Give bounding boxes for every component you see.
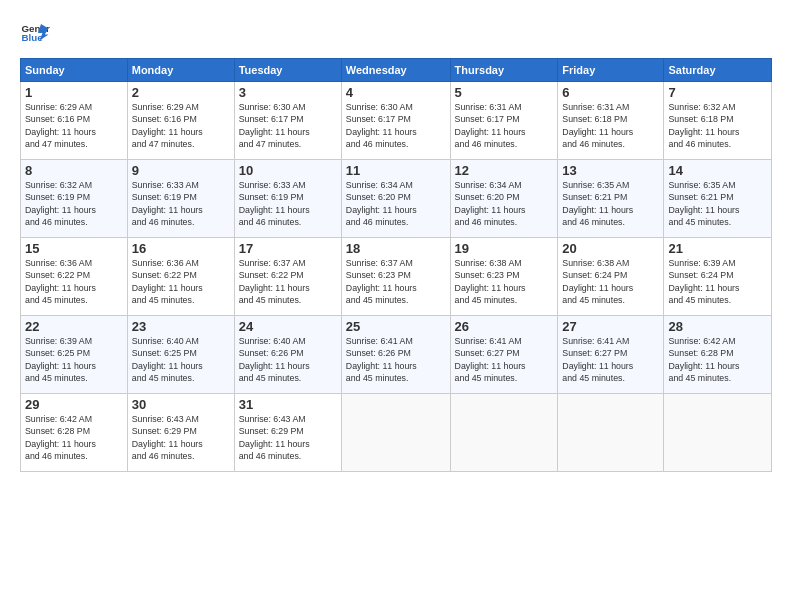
- day-info: Sunrise: 6:39 AM Sunset: 6:25 PM Dayligh…: [25, 335, 123, 384]
- day-number: 31: [239, 397, 337, 412]
- day-info: Sunrise: 6:39 AM Sunset: 6:24 PM Dayligh…: [668, 257, 767, 306]
- calendar-cell: 5Sunrise: 6:31 AM Sunset: 6:17 PM Daylig…: [450, 82, 558, 160]
- day-info: Sunrise: 6:34 AM Sunset: 6:20 PM Dayligh…: [455, 179, 554, 228]
- day-number: 4: [346, 85, 446, 100]
- calendar-cell: 26Sunrise: 6:41 AM Sunset: 6:27 PM Dayli…: [450, 316, 558, 394]
- day-info: Sunrise: 6:41 AM Sunset: 6:26 PM Dayligh…: [346, 335, 446, 384]
- svg-text:Blue: Blue: [22, 32, 44, 43]
- day-number: 11: [346, 163, 446, 178]
- day-number: 10: [239, 163, 337, 178]
- calendar-cell: 15Sunrise: 6:36 AM Sunset: 6:22 PM Dayli…: [21, 238, 128, 316]
- day-number: 14: [668, 163, 767, 178]
- day-number: 15: [25, 241, 123, 256]
- day-number: 26: [455, 319, 554, 334]
- calendar-week-row: 29Sunrise: 6:42 AM Sunset: 6:28 PM Dayli…: [21, 394, 772, 472]
- day-info: Sunrise: 6:38 AM Sunset: 6:23 PM Dayligh…: [455, 257, 554, 306]
- day-number: 6: [562, 85, 659, 100]
- day-number: 30: [132, 397, 230, 412]
- calendar-cell: 1Sunrise: 6:29 AM Sunset: 6:16 PM Daylig…: [21, 82, 128, 160]
- calendar-cell: 10Sunrise: 6:33 AM Sunset: 6:19 PM Dayli…: [234, 160, 341, 238]
- day-number: 16: [132, 241, 230, 256]
- day-number: 23: [132, 319, 230, 334]
- day-number: 29: [25, 397, 123, 412]
- day-number: 22: [25, 319, 123, 334]
- day-info: Sunrise: 6:30 AM Sunset: 6:17 PM Dayligh…: [346, 101, 446, 150]
- day-info: Sunrise: 6:40 AM Sunset: 6:25 PM Dayligh…: [132, 335, 230, 384]
- day-number: 7: [668, 85, 767, 100]
- day-info: Sunrise: 6:32 AM Sunset: 6:19 PM Dayligh…: [25, 179, 123, 228]
- day-info: Sunrise: 6:35 AM Sunset: 6:21 PM Dayligh…: [668, 179, 767, 228]
- calendar-cell: 11Sunrise: 6:34 AM Sunset: 6:20 PM Dayli…: [341, 160, 450, 238]
- calendar-cell: 16Sunrise: 6:36 AM Sunset: 6:22 PM Dayli…: [127, 238, 234, 316]
- calendar-table: SundayMondayTuesdayWednesdayThursdayFrid…: [20, 58, 772, 472]
- day-info: Sunrise: 6:33 AM Sunset: 6:19 PM Dayligh…: [239, 179, 337, 228]
- calendar-cell: [558, 394, 664, 472]
- calendar-day-header: Saturday: [664, 59, 772, 82]
- day-number: 5: [455, 85, 554, 100]
- day-info: Sunrise: 6:30 AM Sunset: 6:17 PM Dayligh…: [239, 101, 337, 150]
- day-info: Sunrise: 6:42 AM Sunset: 6:28 PM Dayligh…: [25, 413, 123, 462]
- day-number: 8: [25, 163, 123, 178]
- day-info: Sunrise: 6:43 AM Sunset: 6:29 PM Dayligh…: [132, 413, 230, 462]
- day-info: Sunrise: 6:43 AM Sunset: 6:29 PM Dayligh…: [239, 413, 337, 462]
- calendar-cell: 9Sunrise: 6:33 AM Sunset: 6:19 PM Daylig…: [127, 160, 234, 238]
- calendar-header-row: SundayMondayTuesdayWednesdayThursdayFrid…: [21, 59, 772, 82]
- calendar-cell: 14Sunrise: 6:35 AM Sunset: 6:21 PM Dayli…: [664, 160, 772, 238]
- day-info: Sunrise: 6:41 AM Sunset: 6:27 PM Dayligh…: [455, 335, 554, 384]
- day-info: Sunrise: 6:29 AM Sunset: 6:16 PM Dayligh…: [25, 101, 123, 150]
- calendar-cell: 20Sunrise: 6:38 AM Sunset: 6:24 PM Dayli…: [558, 238, 664, 316]
- calendar-cell: 8Sunrise: 6:32 AM Sunset: 6:19 PM Daylig…: [21, 160, 128, 238]
- calendar-week-row: 1Sunrise: 6:29 AM Sunset: 6:16 PM Daylig…: [21, 82, 772, 160]
- day-number: 13: [562, 163, 659, 178]
- calendar-cell: 13Sunrise: 6:35 AM Sunset: 6:21 PM Dayli…: [558, 160, 664, 238]
- day-info: Sunrise: 6:29 AM Sunset: 6:16 PM Dayligh…: [132, 101, 230, 150]
- calendar-cell: 24Sunrise: 6:40 AM Sunset: 6:26 PM Dayli…: [234, 316, 341, 394]
- day-number: 20: [562, 241, 659, 256]
- day-info: Sunrise: 6:41 AM Sunset: 6:27 PM Dayligh…: [562, 335, 659, 384]
- day-info: Sunrise: 6:36 AM Sunset: 6:22 PM Dayligh…: [25, 257, 123, 306]
- page-header: General Blue: [20, 18, 772, 48]
- calendar-cell: 31Sunrise: 6:43 AM Sunset: 6:29 PM Dayli…: [234, 394, 341, 472]
- day-number: 17: [239, 241, 337, 256]
- day-number: 9: [132, 163, 230, 178]
- day-number: 25: [346, 319, 446, 334]
- calendar-cell: 19Sunrise: 6:38 AM Sunset: 6:23 PM Dayli…: [450, 238, 558, 316]
- logo-icon: General Blue: [20, 18, 50, 48]
- calendar-day-header: Wednesday: [341, 59, 450, 82]
- calendar-day-header: Monday: [127, 59, 234, 82]
- day-info: Sunrise: 6:42 AM Sunset: 6:28 PM Dayligh…: [668, 335, 767, 384]
- calendar-cell: 7Sunrise: 6:32 AM Sunset: 6:18 PM Daylig…: [664, 82, 772, 160]
- calendar-week-row: 15Sunrise: 6:36 AM Sunset: 6:22 PM Dayli…: [21, 238, 772, 316]
- day-number: 18: [346, 241, 446, 256]
- calendar-week-row: 22Sunrise: 6:39 AM Sunset: 6:25 PM Dayli…: [21, 316, 772, 394]
- day-number: 28: [668, 319, 767, 334]
- calendar-day-header: Sunday: [21, 59, 128, 82]
- day-number: 1: [25, 85, 123, 100]
- calendar-cell: 30Sunrise: 6:43 AM Sunset: 6:29 PM Dayli…: [127, 394, 234, 472]
- calendar-cell: 18Sunrise: 6:37 AM Sunset: 6:23 PM Dayli…: [341, 238, 450, 316]
- day-number: 24: [239, 319, 337, 334]
- day-info: Sunrise: 6:37 AM Sunset: 6:22 PM Dayligh…: [239, 257, 337, 306]
- calendar-cell: 12Sunrise: 6:34 AM Sunset: 6:20 PM Dayli…: [450, 160, 558, 238]
- day-info: Sunrise: 6:40 AM Sunset: 6:26 PM Dayligh…: [239, 335, 337, 384]
- calendar-cell: 21Sunrise: 6:39 AM Sunset: 6:24 PM Dayli…: [664, 238, 772, 316]
- day-number: 21: [668, 241, 767, 256]
- calendar-cell: [341, 394, 450, 472]
- calendar-cell: 23Sunrise: 6:40 AM Sunset: 6:25 PM Dayli…: [127, 316, 234, 394]
- calendar-day-header: Tuesday: [234, 59, 341, 82]
- calendar-cell: 2Sunrise: 6:29 AM Sunset: 6:16 PM Daylig…: [127, 82, 234, 160]
- calendar-cell: [450, 394, 558, 472]
- calendar-cell: 4Sunrise: 6:30 AM Sunset: 6:17 PM Daylig…: [341, 82, 450, 160]
- day-number: 3: [239, 85, 337, 100]
- day-info: Sunrise: 6:34 AM Sunset: 6:20 PM Dayligh…: [346, 179, 446, 228]
- day-info: Sunrise: 6:33 AM Sunset: 6:19 PM Dayligh…: [132, 179, 230, 228]
- calendar-cell: 3Sunrise: 6:30 AM Sunset: 6:17 PM Daylig…: [234, 82, 341, 160]
- logo: General Blue: [20, 18, 50, 48]
- calendar-day-header: Friday: [558, 59, 664, 82]
- day-info: Sunrise: 6:38 AM Sunset: 6:24 PM Dayligh…: [562, 257, 659, 306]
- calendar-cell: [664, 394, 772, 472]
- day-info: Sunrise: 6:37 AM Sunset: 6:23 PM Dayligh…: [346, 257, 446, 306]
- calendar-cell: 28Sunrise: 6:42 AM Sunset: 6:28 PM Dayli…: [664, 316, 772, 394]
- day-number: 27: [562, 319, 659, 334]
- calendar-day-header: Thursday: [450, 59, 558, 82]
